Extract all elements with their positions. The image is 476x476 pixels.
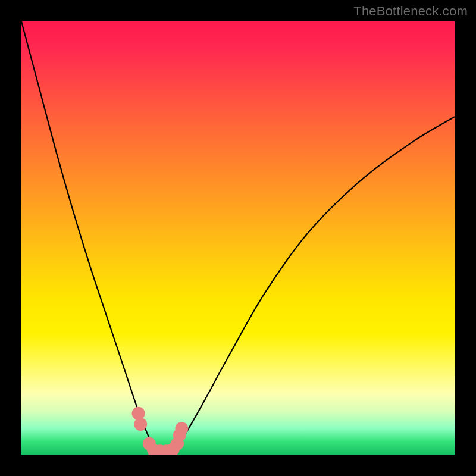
curve-line (21, 21, 455, 453)
curve-layer (21, 21, 455, 455)
bottleneck-curve (21, 21, 455, 453)
chart-frame: TheBottleneck.com (0, 0, 476, 476)
plot-area (21, 21, 455, 455)
marker-point (134, 418, 147, 431)
watermark-text: TheBottleneck.com (353, 4, 468, 19)
marker-point (175, 422, 188, 435)
marker-point (132, 407, 145, 420)
highlight-markers (132, 407, 189, 455)
